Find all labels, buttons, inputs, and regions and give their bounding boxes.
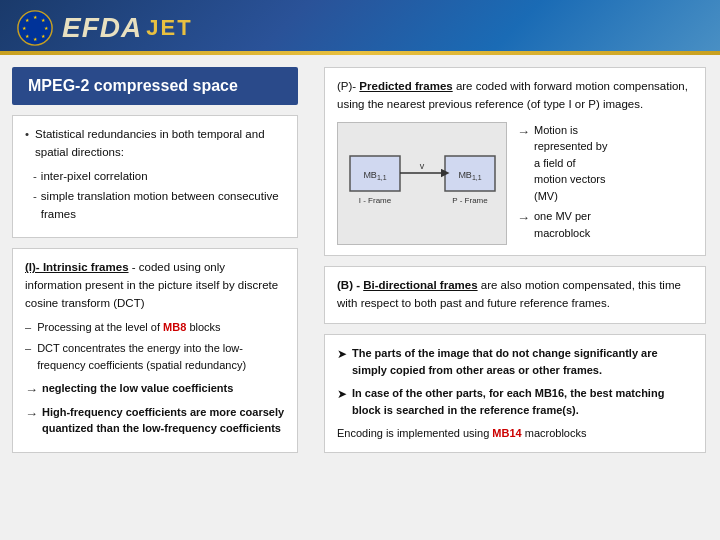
check-item-2: ➤ In case of the other parts, for each M…: [337, 385, 693, 419]
predicted-text: (P)- Predicted frames are coded with for…: [337, 78, 693, 114]
svg-text:P - Frame: P - Frame: [452, 196, 488, 205]
check-item-1: ➤ The parts of the image that do not cha…: [337, 345, 693, 379]
bullet-dot-1: •: [25, 126, 29, 162]
arrow-items: → neglecting the low value coefficients …: [25, 381, 285, 437]
bi-text: (B) - Bi-directional frames are also mot…: [337, 277, 693, 313]
bi-label: (B) -: [337, 279, 363, 291]
mb8-label: MB8: [163, 321, 186, 333]
dash-item-2: - simple translation motion between cons…: [33, 188, 285, 224]
motion-section: MB1,1 MB1,1 v I - Frame: [337, 122, 693, 246]
arrow-sym-2: →: [25, 405, 38, 437]
statistical-box: • Statistical redundancies in both tempo…: [12, 115, 298, 238]
arrow-sym-1: →: [25, 381, 38, 400]
processing-item-1: – Processing at the level of MB8 blocks: [25, 319, 285, 336]
header-bottom-bar: [0, 51, 720, 55]
intrinsic-label: (I)- Intrinsic frames: [25, 261, 129, 273]
svg-text:v: v: [419, 161, 424, 171]
processing-right-section: ➤ The parts of the image that do not cha…: [324, 334, 706, 453]
en-dash-2: –: [25, 340, 31, 373]
check-text-2: In case of the other parts, for each MB1…: [352, 385, 693, 419]
processing-list: – Processing at the level of MB8 blocks …: [25, 319, 285, 374]
processing-text-1: Processing at the level of MB8 blocks: [37, 319, 220, 336]
dash-item-1: - inter-pixel correlation: [33, 168, 285, 186]
encoding-line: Encoding is implemented using MB14 macro…: [337, 425, 693, 442]
page-title: MPEG-2 compressed space: [12, 67, 298, 105]
jet-logo-text: JET: [146, 15, 192, 41]
motion-arrow-text-1: Motion is represented by a field of moti…: [534, 122, 607, 205]
right-panel: (P)- Predicted frames are coded with for…: [310, 55, 720, 540]
statistical-text: Statistical redundancies in both tempora…: [35, 126, 285, 162]
eu-stars-icon: ★ ★ ★ ★ ★ ★ ★ ★: [16, 9, 54, 47]
dash-list: - inter-pixel correlation - simple trans…: [25, 168, 285, 224]
motion-arrow-sym-2: →: [517, 208, 530, 241]
arrow-item-2: → High-frequency coefficients are more c…: [25, 405, 285, 437]
logo: ★ ★ ★ ★ ★ ★ ★ ★ EFDA JET: [16, 9, 193, 47]
diagram-area: MB1,1 MB1,1 v I - Frame: [337, 122, 507, 246]
motion-arrow-sym-1: →: [517, 122, 530, 205]
intrinsic-box: (I)- Intrinsic frames - coded using only…: [12, 248, 298, 453]
mb14-label: MB14: [492, 427, 521, 439]
motion-diagram: MB1,1 MB1,1 v I - Frame: [345, 141, 500, 226]
arrow-text-1: neglecting the low value coefficients: [42, 381, 233, 400]
en-dash-1: –: [25, 319, 31, 336]
bi-underline: Bi-directional frames: [363, 279, 477, 291]
dash-sym-2: -: [33, 188, 37, 224]
efda-logo-text: EFDA: [62, 12, 142, 44]
predicted-label: Predicted frames: [359, 80, 452, 92]
left-panel: MPEG-2 compressed space • Statistical re…: [0, 55, 310, 540]
processing-item-2: – DCT concentrates the energy into the l…: [25, 340, 285, 373]
arrow-item-1: → neglecting the low value coefficients: [25, 381, 285, 400]
bi-section: (B) - Bi-directional frames are also mot…: [324, 266, 706, 324]
dash-sym-1: -: [33, 168, 37, 186]
processing-text-2: DCT concentrates the energy into the low…: [37, 340, 285, 373]
predicted-section: (P)- Predicted frames are coded with for…: [324, 67, 706, 256]
motion-text-area: → Motion is represented by a field of mo…: [517, 122, 693, 246]
intrinsic-text: (I)- Intrinsic frames - coded using only…: [25, 259, 285, 312]
main-content: MPEG-2 compressed space • Statistical re…: [0, 55, 720, 540]
svg-text:I - Frame: I - Frame: [358, 196, 391, 205]
check-sym-2: ➤: [337, 385, 347, 419]
motion-arrow-text-2: one MV per macroblock: [534, 208, 591, 241]
predicted-intro: (P)-: [337, 80, 359, 92]
dash-text-2: simple translation motion between consec…: [41, 188, 285, 224]
dash-text-1: inter-pixel correlation: [41, 168, 148, 186]
bullet-statistical: • Statistical redundancies in both tempo…: [25, 126, 285, 162]
motion-arrow-2: → one MV per macroblock: [517, 208, 693, 241]
header: ★ ★ ★ ★ ★ ★ ★ ★ EFDA JET: [0, 0, 720, 55]
arrow-text-2: High-frequency coefficients are more coa…: [42, 405, 285, 437]
check-sym-1: ➤: [337, 345, 347, 379]
check-text-1: The parts of the image that do not chang…: [352, 345, 693, 379]
motion-arrow-1: → Motion is represented by a field of mo…: [517, 122, 693, 205]
